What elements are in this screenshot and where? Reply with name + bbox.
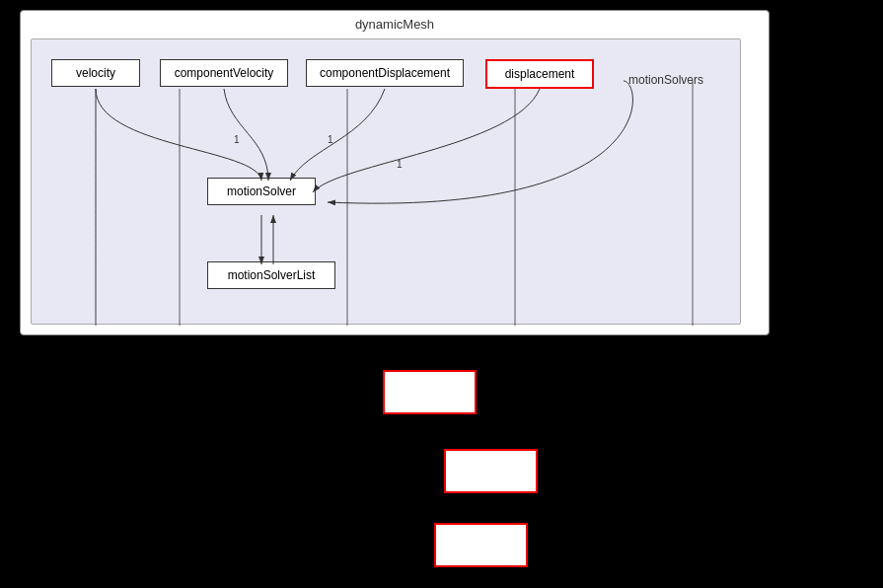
node-displacement: displacement	[485, 59, 594, 89]
red-box-3	[434, 523, 528, 567]
svg-text:1: 1	[234, 134, 240, 145]
node-motionsolver: motionSolver	[207, 178, 316, 205]
node-motionsolvers: motionSolvers	[619, 67, 713, 93]
red-box-1	[383, 370, 477, 414]
svg-text:1: 1	[328, 134, 333, 145]
node-componentvelocity: componentVelocity	[160, 59, 288, 87]
diagram-title: dynamicMesh	[21, 17, 769, 32]
svg-text:1: 1	[397, 159, 403, 170]
diagram-container: dynamicMesh velocity componentVelocity c…	[20, 10, 770, 335]
node-componentdisplacement: componentDisplacement	[306, 59, 464, 87]
group-box: velocity componentVelocity componentDisp…	[31, 38, 741, 325]
node-velocity: velocity	[51, 59, 140, 87]
node-motionsolverlist: motionSolverList	[207, 261, 335, 289]
red-box-2	[444, 449, 538, 493]
